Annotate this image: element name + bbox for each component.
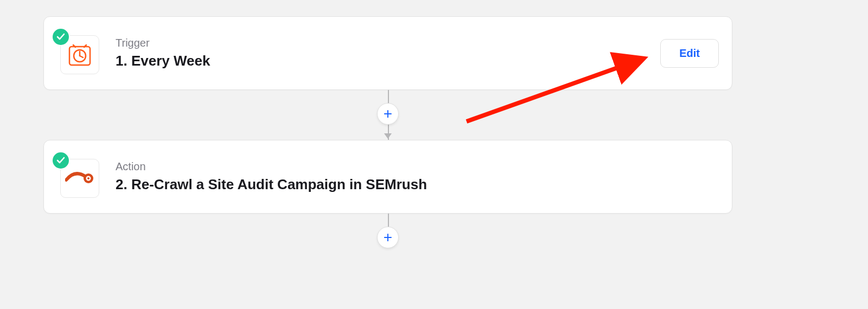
step-card-action[interactable]: Action 2. Re-Crawl a Site Audit Campaign… <box>43 140 732 214</box>
status-success-icon <box>53 29 69 45</box>
step-icon-wrap <box>55 32 100 74</box>
semrush-logo-icon <box>65 171 94 185</box>
status-success-icon <box>53 152 69 169</box>
step-text: Action 2. Re-Crawl a Site Audit Campaign… <box>116 160 719 193</box>
add-step-button[interactable]: + <box>377 227 399 248</box>
add-step-button[interactable]: + <box>377 103 399 125</box>
check-icon <box>56 32 66 42</box>
arrow-down-icon <box>384 133 392 139</box>
step-title: 1. Every Week <box>116 53 660 69</box>
clock-icon <box>68 43 92 67</box>
svg-line-3 <box>80 56 83 57</box>
svg-point-8 <box>87 177 90 179</box>
check-icon <box>56 156 66 165</box>
plus-icon: + <box>384 106 392 121</box>
workflow-canvas: Trigger 1. Every Week Edit + <box>0 0 868 309</box>
plus-icon: + <box>384 230 392 245</box>
step-card-trigger[interactable]: Trigger 1. Every Week Edit <box>43 16 732 90</box>
step-icon-wrap <box>55 156 100 198</box>
edit-button[interactable]: Edit <box>660 39 719 68</box>
step-type-label: Trigger <box>116 37 660 49</box>
step-text: Trigger 1. Every Week <box>116 37 660 69</box>
step-type-label: Action <box>116 160 719 173</box>
step-title: 2. Re-Crawl a Site Audit Campaign in SEM… <box>116 176 719 193</box>
